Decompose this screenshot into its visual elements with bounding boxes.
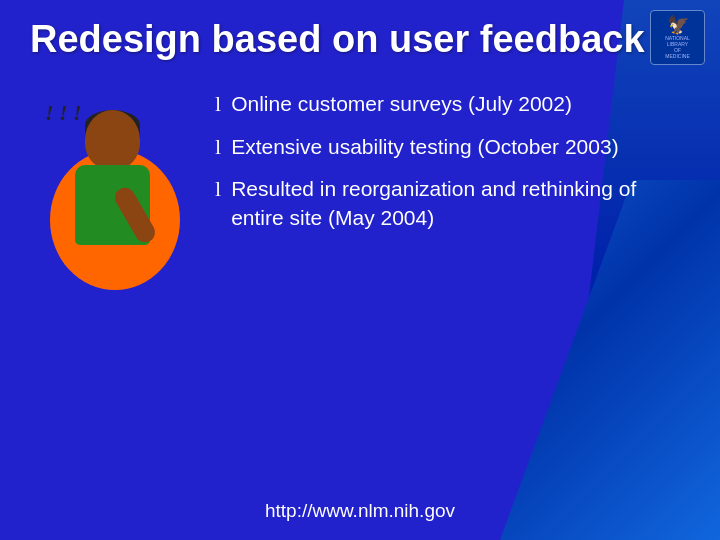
slide-title: Redesign based on user feedback — [30, 18, 690, 61]
bullet-dot-1: l — [215, 90, 221, 119]
bullet-text-2: Extensive usability testing (October 200… — [231, 133, 619, 161]
nlm-logo: 🦅 NATIONALLIBRARYOFMEDICINE — [650, 10, 705, 65]
title-bar: Redesign based on user feedback — [0, 0, 720, 71]
logo-eagle-icon: 🦅 — [667, 16, 689, 34]
bullet-list: l Online customer surveys (July 2002) l … — [200, 90, 690, 246]
bullet-item-1: l Online customer surveys (July 2002) — [215, 90, 690, 119]
bullet-item-3: l Resulted in reorganization and rethink… — [215, 175, 690, 232]
bullet-dot-3: l — [215, 175, 221, 204]
footer: http://www.nlm.nih.gov — [0, 500, 720, 522]
logo-text: NATIONALLIBRARYOFMEDICINE — [665, 35, 690, 59]
bullet-dot-2: l — [215, 133, 221, 162]
person-figure — [55, 110, 175, 290]
person-body — [75, 165, 150, 245]
person-arm — [111, 184, 158, 246]
bullet-text-3: Resulted in reorganization and rethinkin… — [231, 175, 690, 232]
slide: 🦅 NATIONALLIBRARYOFMEDICINE Redesign bas… — [0, 0, 720, 540]
figure-container: ! ! ! — [40, 100, 190, 300]
bullet-text-1: Online customer surveys (July 2002) — [231, 90, 572, 118]
person-head — [85, 110, 140, 170]
bullet-item-2: l Extensive usability testing (October 2… — [215, 133, 690, 162]
content-area: ! ! ! l Online customer surveys (July 20… — [30, 90, 690, 480]
illustration: ! ! ! — [30, 100, 200, 300]
footer-link: http://www.nlm.nih.gov — [265, 500, 455, 521]
